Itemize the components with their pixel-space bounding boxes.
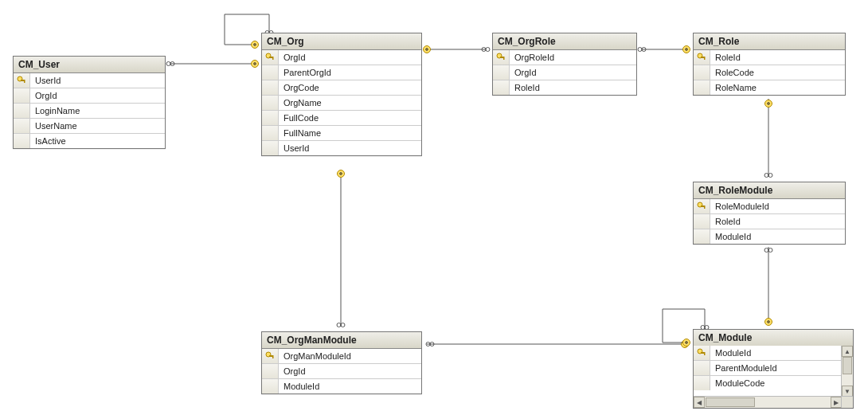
table-row[interactable]: FullName [262, 125, 421, 140]
table-cm-rolemodule[interactable]: CM_RoleModule RoleModuleId RoleId Module… [693, 182, 846, 245]
table-row[interactable]: RoleModuleId [694, 199, 845, 213]
table-cm-orgmanmodule[interactable]: CM_OrgManModule OrgManModuleId OrgId Mod… [261, 331, 422, 394]
vertical-scrollbar[interactable]: ▲ ▼ [841, 346, 853, 397]
svg-rect-29 [704, 352, 706, 355]
scroll-up-icon[interactable]: ▲ [842, 346, 853, 357]
cell-icon [694, 80, 710, 95]
column-name: OrgCode [279, 83, 421, 92]
table-header[interactable]: CM_User [14, 57, 165, 73]
table-row[interactable]: RoleId [493, 80, 636, 95]
table-header[interactable]: CM_Module [694, 330, 853, 346]
pk-icon [694, 346, 710, 360]
table-row[interactable]: OrgId [14, 88, 165, 103]
table-row[interactable]: OrgName [262, 95, 421, 110]
table-row[interactable]: UserId [14, 73, 165, 88]
table-row[interactable]: UserName [14, 118, 165, 133]
horizontal-scrollbar[interactable]: ◀ ▶ [694, 396, 842, 408]
scroll-down-icon[interactable]: ▼ [842, 386, 853, 397]
pk-icon [262, 50, 279, 65]
column-name: UserId [279, 143, 421, 153]
column-name: RoleCode [710, 68, 845, 77]
svg-rect-14 [272, 57, 274, 60]
table-cm-orgrole[interactable]: CM_OrgRole OrgRoleId OrgId RoleId [492, 33, 637, 96]
column-name: ParentOrgId [279, 68, 421, 77]
pk-icon [694, 50, 710, 65]
cell-icon [14, 88, 30, 103]
table-row[interactable]: RoleId [694, 50, 845, 65]
cell-icon [262, 141, 279, 155]
table-row[interactable]: RoleId [694, 213, 845, 229]
column-name: RoleName [710, 83, 845, 92]
column-name: FullCode [279, 113, 421, 123]
scroll-left-icon[interactable]: ◀ [694, 397, 705, 408]
column-name: ModuleId [279, 382, 421, 391]
column-name: UserId [30, 76, 165, 85]
table-row[interactable]: OrgRoleId [493, 50, 636, 65]
table-cm-module[interactable]: CM_Module ModuleId ParentModuleId Module… [693, 329, 854, 409]
table-row[interactable]: RoleCode [694, 65, 845, 80]
svg-rect-11 [24, 80, 25, 83]
cell-icon [493, 80, 510, 95]
column-name: OrgId [279, 366, 421, 376]
svg-rect-23 [704, 206, 706, 209]
column-name: ModuleCode [710, 378, 842, 388]
table-row[interactable]: ModuleId [694, 346, 842, 360]
table-row[interactable]: ModuleId [262, 378, 421, 393]
column-name: OrgId [510, 68, 636, 77]
column-name: RoleId [510, 83, 636, 92]
table-row[interactable]: OrgId [493, 65, 636, 80]
table-row[interactable]: ModuleCode [694, 375, 842, 390]
column-name: FullName [279, 128, 421, 138]
table-row[interactable]: UserId [262, 140, 421, 155]
column-name: OrgRoleId [510, 53, 636, 62]
cell-icon [694, 65, 710, 80]
pk-icon [14, 73, 30, 88]
table-row[interactable]: OrgId [262, 50, 421, 65]
scroll-right-icon[interactable]: ▶ [831, 397, 842, 408]
table-header[interactable]: CM_RoleModule [694, 182, 845, 199]
svg-rect-20 [704, 57, 706, 60]
column-name: RoleModuleId [710, 202, 845, 211]
table-row[interactable]: OrgCode [262, 80, 421, 95]
table-row[interactable]: OrgId [262, 363, 421, 378]
column-name: RoleId [710, 217, 845, 226]
column-name: OrgManModuleId [279, 351, 421, 361]
table-header[interactable]: CM_Role [694, 33, 845, 50]
table-row[interactable]: ModuleId [694, 229, 845, 244]
table-row[interactable]: ParentOrgId [262, 65, 421, 80]
cell-icon [694, 229, 710, 244]
table-cm-org[interactable]: CM_Org OrgId ParentOrgId OrgCode OrgName… [261, 33, 422, 156]
table-row[interactable]: ParentModuleId [694, 360, 842, 375]
column-name: IsActive [30, 136, 165, 146]
cell-icon [262, 379, 279, 393]
column-name: OrgId [30, 91, 165, 100]
table-header[interactable]: CM_Org [262, 33, 421, 50]
pk-icon [694, 199, 710, 213]
cell-icon [262, 126, 279, 140]
svg-rect-17 [503, 57, 505, 60]
table-header[interactable]: CM_OrgRole [493, 33, 636, 50]
column-name: OrgName [279, 98, 421, 108]
scroll-thumb[interactable] [843, 357, 852, 374]
table-row[interactable]: OrgManModuleId [262, 349, 421, 363]
cell-icon [694, 214, 710, 229]
cell-icon [14, 119, 30, 133]
cell-icon [262, 80, 279, 95]
table-row[interactable]: LoginName [14, 103, 165, 118]
cell-icon [262, 364, 279, 378]
resize-grip-icon[interactable] [841, 396, 853, 408]
table-cm-user[interactable]: CM_User UserId OrgId LoginName UserName … [13, 56, 166, 149]
table-header[interactable]: CM_OrgManModule [262, 332, 421, 349]
cell-icon [262, 96, 279, 110]
svg-rect-26 [272, 355, 274, 358]
cell-icon [694, 361, 710, 375]
table-row[interactable]: FullCode [262, 110, 421, 125]
column-name: ModuleId [710, 232, 845, 241]
cell-icon [14, 134, 30, 148]
table-cm-role[interactable]: CM_Role RoleId RoleCode RoleName [693, 33, 846, 96]
table-row[interactable]: IsActive [14, 133, 165, 148]
pk-icon [262, 349, 279, 363]
cell-icon [262, 111, 279, 125]
scroll-thumb[interactable] [706, 397, 755, 407]
table-row[interactable]: RoleName [694, 80, 845, 95]
